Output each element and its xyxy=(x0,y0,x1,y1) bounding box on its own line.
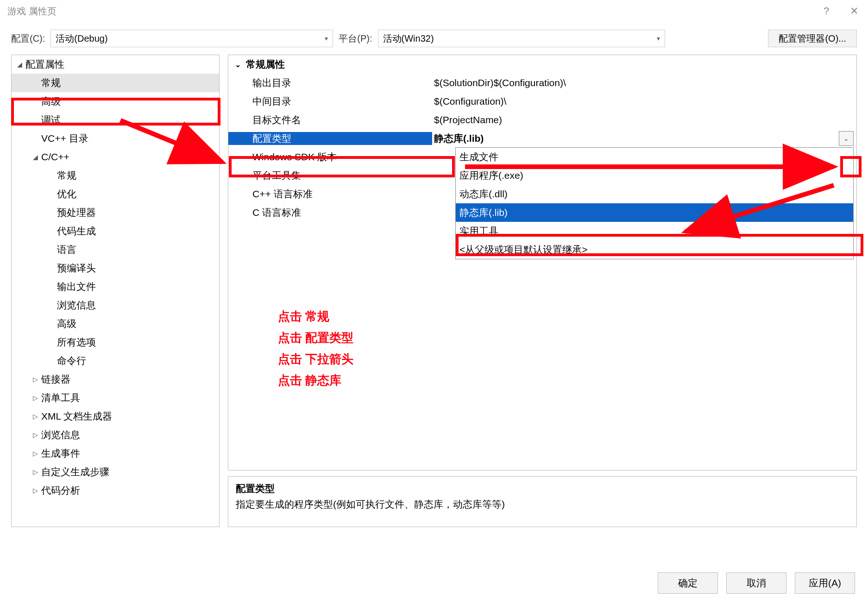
apply-button[interactable]: 应用(A) xyxy=(795,572,855,594)
tree-expander-icon: ▷ xyxy=(33,450,41,457)
tree-item[interactable]: ▷代码分析 xyxy=(12,481,219,500)
tree-item[interactable]: 代码生成 xyxy=(12,222,219,240)
tree-item[interactable]: 语言 xyxy=(12,240,219,259)
tree-item[interactable]: 调试 xyxy=(12,111,219,129)
tree-item-label: 常规 xyxy=(41,76,61,89)
window-title: 游戏 属性页 xyxy=(7,5,57,18)
config-value: 活动(Debug) xyxy=(56,32,107,45)
platform-label: 平台(P): xyxy=(339,32,372,45)
ok-button[interactable]: 确定 xyxy=(658,572,718,594)
platform-select[interactable]: 活动(Win32) ▾ xyxy=(378,30,665,47)
tree-item-label: 输出文件 xyxy=(57,280,96,293)
property-group-title: 常规属性 xyxy=(246,58,285,71)
property-name: C++ 语言标准 xyxy=(228,188,432,201)
tree-expander-icon: ◢ xyxy=(33,153,41,161)
config-label: 配置(C): xyxy=(11,32,45,45)
tree-item-label: 链接器 xyxy=(41,373,70,386)
description-text: 指定要生成的程序类型(例如可执行文件、静态库，动态库等等) xyxy=(236,498,849,511)
property-value: $(SolutionDir)$(Configuration)\ xyxy=(432,77,856,88)
config-row: 配置(C): 活动(Debug) ▾ 平台(P): 活动(Win32) ▾ 配置… xyxy=(0,22,868,55)
config-type-dropdown-button[interactable]: ⌄ xyxy=(839,131,854,146)
property-row[interactable]: 中间目录$(Configuration)\ xyxy=(228,92,856,111)
property-grid: ⌄ 常规属性 输出目录$(SolutionDir)$(Configuration… xyxy=(228,55,857,471)
description-panel: 配置类型 指定要生成的程序类型(例如可执行文件、静态库，动态库等等) xyxy=(228,476,857,527)
tree-panel: ◢配置属性常规高级调试VC++ 目录◢C/C++常规优化预处理器代码生成语言预编… xyxy=(11,55,220,527)
tree-item[interactable]: ▷浏览信息 xyxy=(12,426,219,444)
tree-item-label: 预处理器 xyxy=(57,206,96,219)
dropdown-item[interactable]: 静态库(.lib) xyxy=(456,203,853,222)
property-value: $(Configuration)\ xyxy=(432,96,856,107)
tree-item-label: 生成事件 xyxy=(41,447,80,460)
property-row[interactable]: 输出目录$(SolutionDir)$(Configuration)\ xyxy=(228,74,856,92)
property-row[interactable]: 目标文件名$(ProjectName) xyxy=(228,111,856,129)
tree-item-label: 预编译头 xyxy=(57,262,96,275)
tree-item[interactable]: VC++ 目录 xyxy=(12,129,219,148)
tree-item-label: 代码生成 xyxy=(57,225,96,238)
tree-item[interactable]: 输出文件 xyxy=(12,277,219,296)
tree-item[interactable]: ▷XML 文档生成器 xyxy=(12,407,219,426)
tree-item-label: 常规 xyxy=(57,169,76,182)
tree-item-label: C/C++ xyxy=(41,151,69,163)
property-name: 目标文件名 xyxy=(228,113,432,126)
titlebar: 游戏 属性页 ? ✕ xyxy=(0,0,868,22)
dropdown-item[interactable]: 应用程序(.exe) xyxy=(456,166,853,185)
tree-item[interactable]: 高级 xyxy=(12,314,219,333)
tree-item-label: 调试 xyxy=(41,113,61,126)
property-value: 静态库(.lib) xyxy=(432,132,856,145)
dropdown-item[interactable]: 实用工具 xyxy=(456,222,853,240)
close-button[interactable]: ✕ xyxy=(840,0,868,22)
property-name: C 语言标准 xyxy=(228,206,432,219)
property-panel: ⌄ 常规属性 输出目录$(SolutionDir)$(Configuration… xyxy=(228,55,857,527)
config-manager-button[interactable]: 配置管理器(O)... xyxy=(768,30,857,47)
tree-item-label: XML 文档生成器 xyxy=(41,410,112,423)
tree-item-label: 高级 xyxy=(41,95,61,108)
dropdown-item[interactable]: 生成文件 xyxy=(456,148,853,166)
tree-item-label: 浏览信息 xyxy=(41,428,80,441)
platform-value: 活动(Win32) xyxy=(383,32,434,45)
tree-item-label: 优化 xyxy=(57,188,76,201)
tree-item[interactable]: ▷链接器 xyxy=(12,370,219,389)
tree-item[interactable]: 高级 xyxy=(12,92,219,111)
cancel-button[interactable]: 取消 xyxy=(726,572,786,594)
dialog-button-row: 确定 取消 应用(A) xyxy=(658,572,855,594)
tree-item[interactable]: 常规 xyxy=(12,166,219,185)
tree-item[interactable]: 优化 xyxy=(12,185,219,203)
chevron-down-icon: ▾ xyxy=(657,35,660,42)
chevron-down-icon: ⌄ xyxy=(843,135,849,142)
tree-item[interactable]: 预编译头 xyxy=(12,259,219,277)
property-name: 平台工具集 xyxy=(228,169,432,182)
property-name: 中间目录 xyxy=(228,95,432,108)
tree-item[interactable]: ◢配置属性 xyxy=(12,55,219,74)
config-type-dropdown-list: 生成文件应用程序(.exe)动态库(.dll)静态库(.lib)实用工具<从父级… xyxy=(455,147,854,259)
chevron-down-icon: ▾ xyxy=(325,35,328,42)
tree-expander-icon: ▷ xyxy=(33,431,41,439)
tree-item[interactable]: ▷自定义生成步骤 xyxy=(12,463,219,481)
tree-item-label: 代码分析 xyxy=(41,484,80,497)
tree-item-label: 高级 xyxy=(57,317,76,330)
dropdown-item[interactable]: 动态库(.dll) xyxy=(456,185,853,203)
tree-item[interactable]: ▷生成事件 xyxy=(12,444,219,463)
description-title: 配置类型 xyxy=(236,482,849,495)
help-button[interactable]: ? xyxy=(812,0,840,22)
tree-item[interactable]: ◢C/C++ xyxy=(12,148,219,166)
tree-item-label: 清单工具 xyxy=(41,391,80,404)
property-group-header[interactable]: ⌄ 常规属性 xyxy=(228,55,856,74)
tree-item[interactable]: 浏览信息 xyxy=(12,296,219,314)
tree-item-label: 配置属性 xyxy=(25,58,64,71)
tree-item[interactable]: 常规 xyxy=(12,74,219,92)
tree-item[interactable]: 所有选项 xyxy=(12,333,219,352)
tree-item[interactable]: ▷清单工具 xyxy=(12,389,219,407)
dropdown-item[interactable]: <从父级或项目默认设置继承> xyxy=(456,240,853,259)
property-name: Windows SDK 版本 xyxy=(228,151,432,163)
config-select[interactable]: 活动(Debug) ▾ xyxy=(50,30,333,47)
tree-item[interactable]: 预处理器 xyxy=(12,203,219,222)
tree-expander-icon: ▷ xyxy=(33,394,41,402)
property-name: 输出目录 xyxy=(228,76,432,89)
property-row[interactable]: 配置类型静态库(.lib) xyxy=(228,129,856,148)
tree-expander-icon: ▷ xyxy=(33,468,41,476)
tree-item-label: 所有选项 xyxy=(57,336,96,349)
tree-expander-icon: ▷ xyxy=(33,487,41,494)
tree-item[interactable]: 命令行 xyxy=(12,352,219,370)
property-name: 配置类型 xyxy=(228,132,432,145)
main-area: ◢配置属性常规高级调试VC++ 目录◢C/C++常规优化预处理器代码生成语言预编… xyxy=(0,55,868,527)
